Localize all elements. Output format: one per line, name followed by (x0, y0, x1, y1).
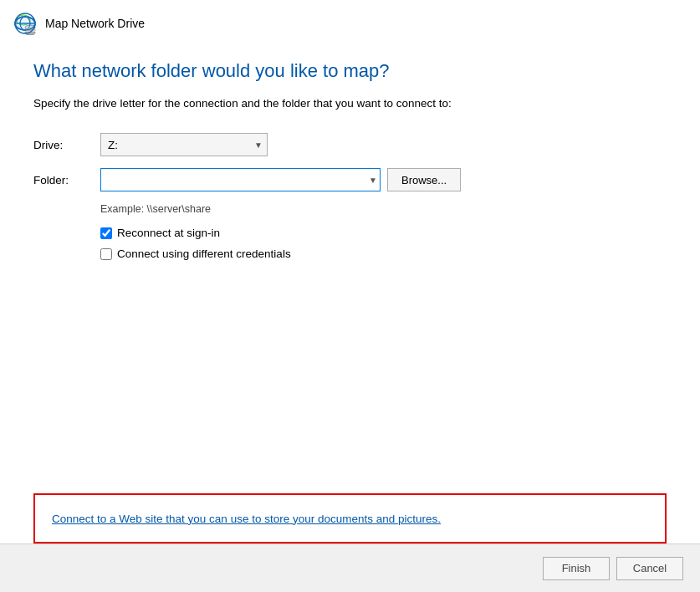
credentials-checkbox[interactable] (100, 248, 112, 260)
dialog-title: Map Network Drive (45, 17, 145, 30)
map-network-drive-icon (13, 12, 37, 35)
credentials-row: Connect using different credentials (100, 248, 667, 260)
highlight-box: Connect to a Web site that you can use t… (33, 493, 667, 544)
drive-label: Drive: (33, 139, 100, 151)
web-site-link[interactable]: Connect to a Web site that you can use t… (52, 513, 441, 525)
browse-button[interactable]: Browse... (387, 168, 461, 191)
folder-row: Folder: ▼ Browse... (33, 168, 667, 191)
title-bar: Map Network Drive (0, 0, 700, 43)
reconnect-label[interactable]: Reconnect at sign-in (117, 227, 220, 239)
folder-input-wrapper: ▼ (100, 168, 381, 191)
dialog-heading: What network folder would you like to ma… (33, 60, 667, 82)
drive-select-wrapper[interactable]: Z: Y: X: W: ▼ (100, 133, 268, 156)
drive-row: Drive: Z: Y: X: W: ▼ (33, 133, 667, 156)
credentials-label[interactable]: Connect using different credentials (117, 248, 291, 260)
folder-input[interactable] (100, 168, 381, 191)
dialog-footer: Finish Cancel (0, 544, 700, 592)
dialog-subtitle: Specify the drive letter for the connect… (33, 97, 667, 110)
dialog-content: What network folder would you like to ma… (0, 43, 700, 480)
finish-button[interactable]: Finish (543, 557, 610, 580)
folder-input-group: ▼ Browse... (100, 168, 461, 191)
cancel-button[interactable]: Cancel (616, 557, 683, 580)
folder-label: Folder: (33, 174, 100, 186)
drive-select[interactable]: Z: Y: X: W: (100, 133, 268, 156)
dialog-map-network-drive: Map Network Drive What network folder wo… (0, 0, 700, 592)
reconnect-checkbox[interactable] (100, 227, 112, 239)
reconnect-row: Reconnect at sign-in (100, 227, 667, 239)
folder-example: Example: \\server\share (100, 203, 667, 215)
